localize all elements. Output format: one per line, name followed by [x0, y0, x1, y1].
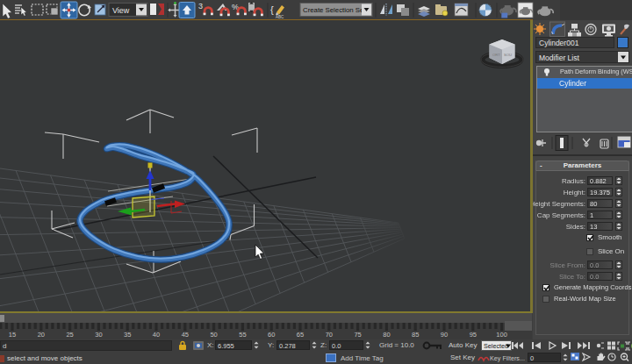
svg-text:80: 80 [383, 331, 390, 339]
svg-text:45: 45 [182, 331, 189, 339]
svg-text:70: 70 [326, 331, 333, 339]
svg-text:55: 55 [239, 331, 246, 339]
svg-text:60: 60 [268, 331, 275, 339]
svg-text:ORT: ORT [492, 53, 500, 57]
svg-text:75: 75 [354, 331, 361, 339]
svg-text:30: 30 [95, 331, 102, 339]
svg-text:40: 40 [153, 331, 160, 339]
svg-text:25: 25 [66, 331, 73, 339]
svg-text:{: { [270, 4, 274, 15]
svg-text:3: 3 [198, 2, 203, 11]
svg-text:20: 20 [38, 331, 45, 339]
svg-text:95: 95 [470, 331, 477, 339]
svg-text:90: 90 [441, 331, 448, 339]
svg-text:15: 15 [9, 331, 16, 339]
svg-text:SOU: SOU [504, 53, 512, 57]
svg-text:65: 65 [297, 331, 304, 339]
svg-text:100: 100 [496, 331, 507, 339]
svg-text:Create Selection Se: Create Selection Se [303, 6, 363, 14]
svg-text:50: 50 [210, 331, 217, 339]
svg-text:View: View [112, 6, 130, 15]
svg-text:35: 35 [124, 331, 131, 339]
svg-text:85: 85 [412, 331, 419, 339]
svg-text:ABC: ABC [276, 15, 284, 19]
